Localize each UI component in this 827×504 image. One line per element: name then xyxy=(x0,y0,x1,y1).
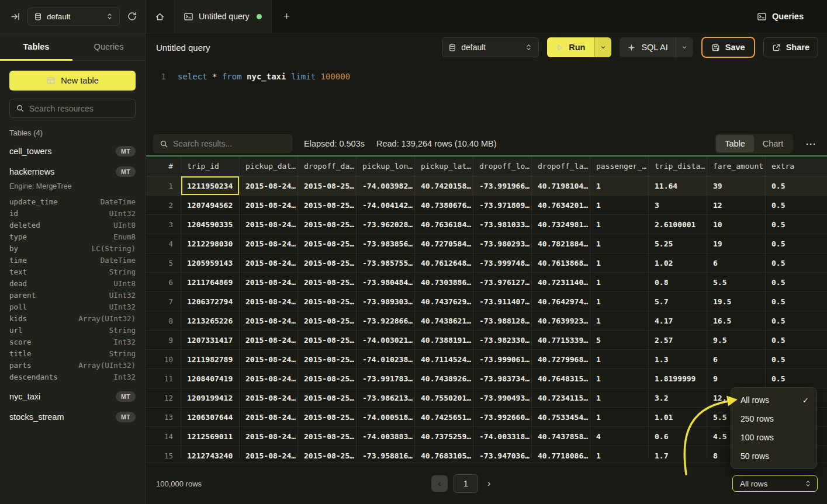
table-row[interactable]: 1512127432402015-08-24…2015-08-25…-73.95… xyxy=(146,446,827,458)
cell[interactable]: 40.7231140… xyxy=(532,273,590,291)
cell[interactable]: 0.5 xyxy=(766,176,827,195)
cell[interactable]: 40.7612648… xyxy=(415,253,473,272)
cell[interactable]: -73.947036… xyxy=(473,446,532,458)
cell[interactable]: 2.6100001 xyxy=(649,215,707,234)
cell[interactable]: 9 xyxy=(707,369,766,388)
column-header[interactable]: dropoff_lo… xyxy=(473,157,532,176)
cell[interactable]: 1212298030 xyxy=(181,234,240,253)
search-resources-input[interactable] xyxy=(29,104,135,113)
sidebar-table-nyc_taxi[interactable]: nyc_taxiMT xyxy=(9,390,136,403)
cell[interactable]: 0.5 xyxy=(766,292,827,311)
column-row[interactable]: update_timeDateTime xyxy=(9,196,136,207)
cell[interactable]: 2015-08-25… xyxy=(298,331,357,349)
cell[interactable]: 40.7718086… xyxy=(532,446,590,458)
run-options-caret[interactable] xyxy=(594,37,611,57)
dropdown-item-all-rows[interactable]: All rows✓ xyxy=(731,391,816,409)
row-index[interactable]: 12 xyxy=(146,388,181,407)
cell[interactable]: -74.003021… xyxy=(357,331,415,349)
cell[interactable]: 2015-08-24… xyxy=(240,234,298,253)
view-tab-chart[interactable]: Chart xyxy=(754,135,792,152)
collapse-sidebar-icon[interactable] xyxy=(11,12,20,22)
cell[interactable]: -73.999061… xyxy=(473,350,532,369)
cell[interactable]: 40.7636184… xyxy=(415,215,473,234)
cell[interactable]: 1206372794 xyxy=(181,292,240,311)
column-row[interactable]: parentUInt32 xyxy=(9,289,136,301)
table-row[interactable]: 612117648692015-08-24…2015-08-25…-73.980… xyxy=(146,273,827,292)
cell[interactable]: 2015-08-25… xyxy=(298,215,357,234)
cell[interactable]: 3 xyxy=(649,196,707,214)
row-index[interactable]: 13 xyxy=(146,408,181,426)
row-index[interactable]: 10 xyxy=(146,350,181,369)
cell[interactable]: 16.5 xyxy=(707,311,766,330)
new-table-button[interactable]: New table xyxy=(9,71,136,91)
table-row[interactable]: 712063727942015-08-24…2015-08-25…-73.989… xyxy=(146,292,827,311)
cell[interactable]: 1 xyxy=(590,369,649,388)
cell[interactable]: -73.988128… xyxy=(473,311,532,330)
cell[interactable]: 1 xyxy=(590,350,649,369)
cell[interactable]: -73.991783… xyxy=(357,369,415,388)
table-row[interactable]: 1412125690112015-08-24…2015-08-25…-74.00… xyxy=(146,427,827,446)
cell[interactable]: -74.003982… xyxy=(357,176,415,195)
cell[interactable]: 40.7114524… xyxy=(415,350,473,369)
sidebar-table-stocks_stream[interactable]: stocks_streamMT xyxy=(9,411,136,423)
cell[interactable]: -74.004142… xyxy=(357,196,415,214)
cell[interactable]: -73.983734… xyxy=(473,369,532,388)
column-header[interactable]: dropoff_la… xyxy=(532,157,590,176)
cell[interactable]: 2015-08-25… xyxy=(298,253,357,272)
table-row[interactable]: 1312063076442015-08-24…2015-08-25…-74.00… xyxy=(146,408,827,427)
column-row[interactable]: partsArray(UInt32) xyxy=(9,359,136,371)
save-button[interactable]: Save xyxy=(701,37,755,58)
cell[interactable]: 2015-08-25… xyxy=(298,350,357,369)
cell[interactable]: 0.5 xyxy=(766,234,827,253)
column-header[interactable]: pickup_dat… xyxy=(240,157,298,176)
cell[interactable]: 2015-08-25… xyxy=(298,388,357,407)
tab-untitled-query[interactable]: Untitled query xyxy=(174,0,272,33)
row-index[interactable]: 4 xyxy=(146,234,181,253)
cell[interactable]: 40.7550201… xyxy=(415,388,473,407)
cell[interactable]: 40.7683105… xyxy=(415,446,473,458)
share-button[interactable]: Share xyxy=(763,37,818,57)
cell[interactable]: 40.7270584… xyxy=(415,234,473,253)
cell[interactable]: -73.986213… xyxy=(357,388,415,407)
cell[interactable]: 6 xyxy=(707,350,766,369)
row-index[interactable]: 9 xyxy=(146,331,181,349)
cell[interactable]: 4.17 xyxy=(649,311,707,330)
cell[interactable]: 40.7438621… xyxy=(415,311,473,330)
cell[interactable]: 5.5 xyxy=(707,273,766,291)
sql-ai-main[interactable]: SQL AI xyxy=(620,43,675,52)
cell[interactable]: -73.990493… xyxy=(473,388,532,407)
column-row[interactable]: deletedUInt8 xyxy=(9,219,136,231)
cell[interactable]: 40.7279968… xyxy=(532,350,590,369)
column-header[interactable]: # xyxy=(146,157,181,176)
cell[interactable]: 2015-08-24… xyxy=(240,369,298,388)
table-row[interactable]: 1212091994122015-08-24…2015-08-25…-73.98… xyxy=(146,388,827,408)
cell[interactable]: 1 xyxy=(590,292,649,311)
cell[interactable]: 1 xyxy=(590,196,649,214)
cell[interactable]: 2015-08-24… xyxy=(240,311,298,330)
cell[interactable]: -73.999748… xyxy=(473,253,532,272)
sidebar-tab-tables[interactable]: Tables xyxy=(0,33,72,60)
cell[interactable]: 40.7324981… xyxy=(532,215,590,234)
cell[interactable]: 1 xyxy=(590,234,649,253)
cell[interactable]: 2015-08-25… xyxy=(298,427,357,446)
cell[interactable]: 0.5 xyxy=(766,350,827,369)
cell[interactable]: 40.7634201… xyxy=(532,196,590,214)
run-button-main[interactable]: Run xyxy=(547,37,594,57)
cell[interactable]: 2015-08-24… xyxy=(240,446,298,458)
column-header[interactable]: trip_dista… xyxy=(649,157,707,176)
query-database-selector[interactable]: default xyxy=(442,37,539,57)
cell[interactable]: 40.7234115… xyxy=(532,388,590,407)
column-header[interactable]: fare_amount xyxy=(707,157,766,176)
cell[interactable]: 0.5 xyxy=(766,273,827,291)
search-results-input[interactable] xyxy=(173,139,286,148)
row-index[interactable]: 2 xyxy=(146,196,181,214)
row-index[interactable]: 8 xyxy=(146,311,181,330)
cell[interactable]: 2015-08-24… xyxy=(240,350,298,369)
prev-page-button[interactable]: ‹ xyxy=(431,475,448,492)
row-index[interactable]: 5 xyxy=(146,253,181,272)
column-header[interactable]: extra xyxy=(766,157,827,176)
cell[interactable]: 1212569011 xyxy=(181,427,240,446)
cell[interactable]: -73.911407… xyxy=(473,292,532,311)
cell[interactable]: 0.8 xyxy=(649,273,707,291)
cell[interactable]: -73.976127… xyxy=(473,273,532,291)
